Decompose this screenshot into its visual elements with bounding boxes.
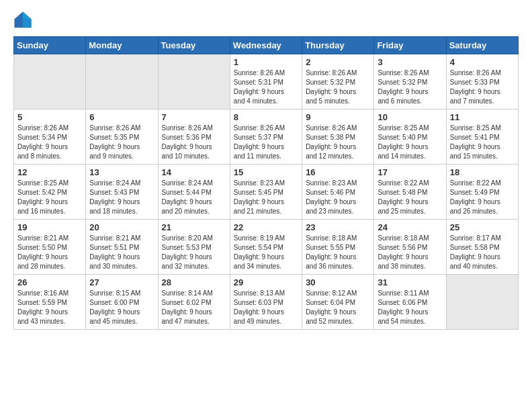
day-cell: 25Sunrise: 8:17 AM Sunset: 5:58 PM Dayli…	[446, 220, 518, 275]
day-info: Sunrise: 8:26 AM Sunset: 5:34 PM Dayligh…	[17, 124, 82, 161]
day-number: 6	[89, 112, 154, 122]
col-header-saturday: Saturday	[446, 37, 518, 54]
day-number: 19	[17, 222, 82, 232]
day-cell	[158, 54, 230, 109]
day-number: 8	[234, 112, 298, 122]
day-number: 20	[89, 222, 154, 232]
day-cell	[86, 54, 158, 109]
week-row-3: 19Sunrise: 8:21 AM Sunset: 5:50 PM Dayli…	[14, 220, 519, 275]
day-number: 25	[450, 222, 515, 232]
day-cell: 2Sunrise: 8:26 AM Sunset: 5:32 PM Daylig…	[302, 54, 374, 109]
day-info: Sunrise: 8:23 AM Sunset: 5:46 PM Dayligh…	[306, 179, 370, 216]
day-info: Sunrise: 8:26 AM Sunset: 5:36 PM Dayligh…	[162, 124, 226, 161]
day-number: 3	[378, 57, 442, 67]
day-info: Sunrise: 8:16 AM Sunset: 5:59 PM Dayligh…	[17, 289, 82, 326]
day-info: Sunrise: 8:26 AM Sunset: 5:37 PM Dayligh…	[234, 124, 298, 161]
page: SundayMondayTuesdayWednesdayThursdayFrid…	[0, 0, 532, 411]
day-info: Sunrise: 8:26 AM Sunset: 5:32 PM Dayligh…	[306, 68, 370, 106]
day-info: Sunrise: 8:22 AM Sunset: 5:49 PM Dayligh…	[450, 179, 515, 216]
day-cell: 7Sunrise: 8:26 AM Sunset: 5:36 PM Daylig…	[158, 109, 230, 165]
col-header-wednesday: Wednesday	[230, 37, 302, 54]
day-info: Sunrise: 8:13 AM Sunset: 6:03 PM Dayligh…	[234, 289, 298, 326]
day-info: Sunrise: 8:23 AM Sunset: 5:45 PM Dayligh…	[234, 179, 298, 216]
day-cell: 14Sunrise: 8:24 AM Sunset: 5:44 PM Dayli…	[158, 165, 230, 220]
day-cell: 31Sunrise: 8:11 AM Sunset: 6:06 PM Dayli…	[374, 275, 446, 330]
header	[13, 11, 519, 30]
day-cell: 16Sunrise: 8:23 AM Sunset: 5:46 PM Dayli…	[302, 165, 374, 220]
day-info: Sunrise: 8:26 AM Sunset: 5:35 PM Dayligh…	[89, 124, 154, 161]
day-number: 28	[162, 277, 226, 287]
day-info: Sunrise: 8:12 AM Sunset: 6:04 PM Dayligh…	[306, 289, 370, 326]
week-row-2: 12Sunrise: 8:25 AM Sunset: 5:42 PM Dayli…	[14, 165, 519, 220]
day-info: Sunrise: 8:25 AM Sunset: 5:42 PM Dayligh…	[17, 179, 82, 216]
day-cell: 28Sunrise: 8:14 AM Sunset: 6:02 PM Dayli…	[158, 275, 230, 330]
day-cell: 9Sunrise: 8:26 AM Sunset: 5:38 PM Daylig…	[302, 109, 374, 165]
day-cell: 26Sunrise: 8:16 AM Sunset: 5:59 PM Dayli…	[14, 275, 86, 330]
day-cell: 1Sunrise: 8:26 AM Sunset: 5:31 PM Daylig…	[230, 54, 302, 109]
svg-marker-1	[23, 11, 32, 19]
day-cell: 3Sunrise: 8:26 AM Sunset: 5:32 PM Daylig…	[374, 54, 446, 109]
day-number: 10	[378, 112, 442, 122]
col-header-monday: Monday	[86, 37, 158, 54]
day-info: Sunrise: 8:21 AM Sunset: 5:51 PM Dayligh…	[89, 234, 154, 271]
day-cell	[14, 54, 86, 109]
day-number: 26	[17, 277, 82, 287]
day-number: 5	[17, 112, 82, 122]
day-cell: 24Sunrise: 8:18 AM Sunset: 5:56 PM Dayli…	[374, 220, 446, 275]
day-info: Sunrise: 8:26 AM Sunset: 5:33 PM Dayligh…	[450, 68, 515, 106]
day-number: 22	[234, 222, 298, 232]
col-header-tuesday: Tuesday	[158, 37, 230, 54]
day-info: Sunrise: 8:19 AM Sunset: 5:54 PM Dayligh…	[234, 234, 298, 271]
day-info: Sunrise: 8:25 AM Sunset: 5:40 PM Dayligh…	[378, 124, 442, 161]
day-number: 4	[450, 57, 515, 67]
logo	[13, 11, 35, 30]
day-cell: 27Sunrise: 8:15 AM Sunset: 6:00 PM Dayli…	[86, 275, 158, 330]
week-row-0: 1Sunrise: 8:26 AM Sunset: 5:31 PM Daylig…	[14, 54, 519, 109]
day-cell: 5Sunrise: 8:26 AM Sunset: 5:34 PM Daylig…	[14, 109, 86, 165]
day-number: 13	[89, 167, 154, 177]
day-info: Sunrise: 8:24 AM Sunset: 5:44 PM Dayligh…	[162, 179, 226, 216]
logo-icon	[13, 11, 32, 30]
day-number: 23	[306, 222, 370, 232]
day-cell: 20Sunrise: 8:21 AM Sunset: 5:51 PM Dayli…	[86, 220, 158, 275]
day-number: 9	[306, 112, 370, 122]
day-info: Sunrise: 8:14 AM Sunset: 6:02 PM Dayligh…	[162, 289, 226, 326]
day-cell: 21Sunrise: 8:20 AM Sunset: 5:53 PM Dayli…	[158, 220, 230, 275]
day-info: Sunrise: 8:26 AM Sunset: 5:38 PM Dayligh…	[306, 124, 370, 161]
day-info: Sunrise: 8:18 AM Sunset: 5:55 PM Dayligh…	[306, 234, 370, 271]
day-cell	[446, 275, 518, 330]
day-number: 14	[162, 167, 226, 177]
day-info: Sunrise: 8:20 AM Sunset: 5:53 PM Dayligh…	[162, 234, 226, 271]
col-header-sunday: Sunday	[14, 37, 86, 54]
day-info: Sunrise: 8:17 AM Sunset: 5:58 PM Dayligh…	[450, 234, 515, 271]
day-cell: 8Sunrise: 8:26 AM Sunset: 5:37 PM Daylig…	[230, 109, 302, 165]
day-info: Sunrise: 8:21 AM Sunset: 5:50 PM Dayligh…	[17, 234, 82, 271]
day-number: 17	[378, 167, 442, 177]
day-cell: 22Sunrise: 8:19 AM Sunset: 5:54 PM Dayli…	[230, 220, 302, 275]
col-header-thursday: Thursday	[302, 37, 374, 54]
day-cell: 10Sunrise: 8:25 AM Sunset: 5:40 PM Dayli…	[374, 109, 446, 165]
day-info: Sunrise: 8:26 AM Sunset: 5:31 PM Dayligh…	[234, 68, 298, 106]
day-number: 29	[234, 277, 298, 287]
week-row-4: 26Sunrise: 8:16 AM Sunset: 5:59 PM Dayli…	[14, 275, 519, 330]
day-info: Sunrise: 8:18 AM Sunset: 5:56 PM Dayligh…	[378, 234, 442, 271]
day-number: 7	[162, 112, 226, 122]
day-cell: 29Sunrise: 8:13 AM Sunset: 6:03 PM Dayli…	[230, 275, 302, 330]
day-number: 18	[450, 167, 515, 177]
day-number: 30	[306, 277, 370, 287]
day-number: 27	[89, 277, 154, 287]
header-row: SundayMondayTuesdayWednesdayThursdayFrid…	[14, 37, 519, 54]
day-number: 1	[234, 57, 298, 67]
day-cell: 23Sunrise: 8:18 AM Sunset: 5:55 PM Dayli…	[302, 220, 374, 275]
day-cell: 13Sunrise: 8:24 AM Sunset: 5:43 PM Dayli…	[86, 165, 158, 220]
day-cell: 12Sunrise: 8:25 AM Sunset: 5:42 PM Dayli…	[14, 165, 86, 220]
day-number: 2	[306, 57, 370, 67]
day-cell: 15Sunrise: 8:23 AM Sunset: 5:45 PM Dayli…	[230, 165, 302, 220]
day-info: Sunrise: 8:15 AM Sunset: 6:00 PM Dayligh…	[89, 289, 154, 326]
week-row-1: 5Sunrise: 8:26 AM Sunset: 5:34 PM Daylig…	[14, 109, 519, 165]
day-info: Sunrise: 8:24 AM Sunset: 5:43 PM Dayligh…	[89, 179, 154, 216]
day-number: 24	[378, 222, 442, 232]
day-cell: 18Sunrise: 8:22 AM Sunset: 5:49 PM Dayli…	[446, 165, 518, 220]
col-header-friday: Friday	[374, 37, 446, 54]
day-info: Sunrise: 8:22 AM Sunset: 5:48 PM Dayligh…	[378, 179, 442, 216]
